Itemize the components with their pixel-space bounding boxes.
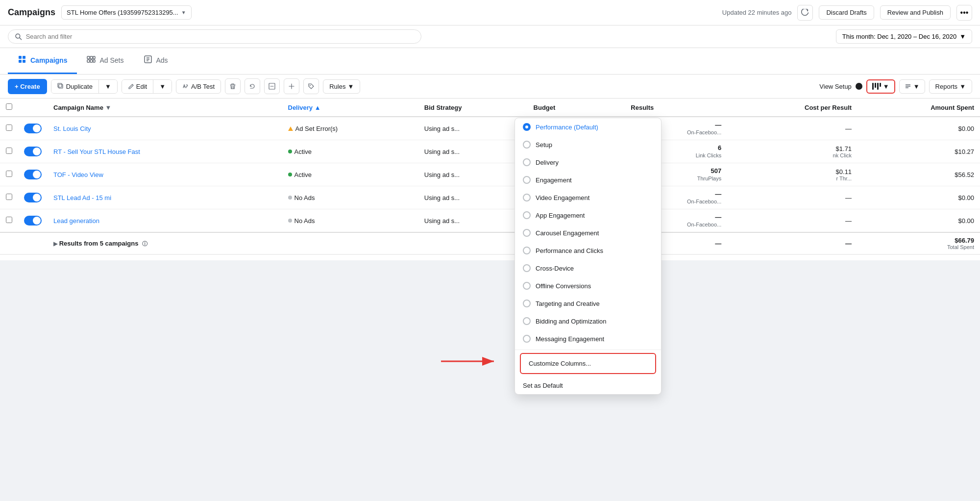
svg-rect-16 [59, 84, 63, 88]
toolbar: + Create Duplicate ▼ Edit ▼ A/B Test [0, 75, 980, 99]
row-cost-per: — [727, 117, 858, 140]
edit-dropdown-button[interactable]: ▼ [153, 80, 172, 93]
refresh-button[interactable] [797, 5, 813, 21]
search-input[interactable] [26, 33, 414, 40]
sort-up-icon: ▲ [315, 104, 321, 111]
th-delivery[interactable]: Delivery ▲ [282, 99, 418, 117]
campaign-toggle[interactable] [24, 147, 42, 156]
dropdown-item-carousel-engagement[interactable]: Carousel Engagement [515, 224, 661, 242]
campaign-link[interactable]: STL Lead Ad - 15 mi [53, 194, 111, 201]
assign-button[interactable] [284, 78, 299, 94]
campaign-toggle[interactable] [24, 124, 42, 133]
dropdown-item-cross-device[interactable]: Cross-Device [515, 259, 661, 260]
th-bid-strategy: Bid Strategy [418, 99, 528, 117]
chevron-down-icon: ▼ [181, 10, 186, 15]
summary-bid [418, 232, 528, 254]
columns-button[interactable]: ▼ [866, 79, 895, 94]
tab-adsets[interactable]: Ad Sets [77, 48, 133, 74]
duplicate-dropdown-button[interactable]: ▼ [99, 80, 117, 93]
row-delivery: No Ads [282, 186, 418, 209]
row-toggle[interactable] [18, 140, 48, 163]
th-campaign-name-label: Campaign Name [53, 104, 103, 111]
row-checkbox[interactable] [0, 117, 18, 140]
row-delivery: Ad Set Error(s) [282, 117, 418, 140]
summary-row: ▶ Results from 5 campaigns ⓘ — — $66.79 … [0, 232, 980, 254]
delivery-text: Ad Set Error(s) [295, 125, 338, 132]
table-header-row: Campaign Name ▼ Delivery ▲ Bid Strategy … [0, 99, 980, 117]
date-range-button[interactable]: This month: Dec 1, 2020 – Dec 16, 2020 ▼ [836, 29, 972, 44]
row-cost-per: $0.11 r Thr... [727, 163, 858, 186]
account-selector[interactable]: STL Home Offers (193599752313295... ▼ [61, 5, 192, 20]
row-bid: Using ad s... [418, 140, 528, 163]
trash-button[interactable] [264, 78, 280, 94]
row-toggle[interactable] [18, 117, 48, 140]
radio-performance-clicks [523, 247, 531, 254]
dropdown-item-engagement[interactable]: Engagement [515, 171, 661, 189]
campaign-link[interactable]: TOF - Video View [53, 171, 103, 178]
dropdown-item-video-engagement[interactable]: Video Engagement [515, 189, 661, 206]
th-cost-label: Cost per Result [805, 104, 852, 111]
active-icon [288, 173, 292, 176]
adsets-icon [87, 55, 96, 66]
scroll-bar[interactable] [0, 254, 980, 260]
review-publish-button[interactable]: Review and Publish [880, 5, 951, 20]
row-amount: $0.00 [858, 186, 980, 209]
row-name: St. Louis City [48, 117, 282, 140]
campaign-toggle[interactable] [24, 216, 42, 225]
svg-rect-2 [19, 56, 22, 59]
row-checkbox[interactable] [0, 140, 18, 163]
duplicate-button[interactable]: Duplicate [51, 80, 99, 93]
svg-rect-17 [58, 83, 62, 87]
th-budget-label: Budget [534, 104, 556, 111]
campaign-link[interactable]: St. Louis City [53, 125, 91, 132]
dropdown-item-label: Setup [536, 141, 552, 149]
campaign-link[interactable]: Lead generation [53, 217, 99, 225]
row-toggle[interactable] [18, 209, 48, 233]
tab-ads[interactable]: Ads [134, 48, 178, 74]
dropdown-item-app-engagement[interactable]: App Engagement [515, 206, 661, 224]
discard-drafts-button[interactable]: Discard Drafts [819, 5, 874, 20]
create-button[interactable]: + Create [8, 79, 47, 94]
dropdown-item-label: Performance (Default) [536, 124, 598, 131]
row-checkbox[interactable] [0, 186, 18, 209]
refresh-icon [801, 9, 809, 17]
tag-icon [308, 83, 315, 90]
campaign-toggle[interactable] [24, 193, 42, 202]
breakdown-button[interactable]: ▼ [899, 79, 925, 94]
dropdown-item-performance-clicks[interactable]: Performance and Clicks [515, 242, 661, 259]
ab-test-label: A/B Test [191, 83, 215, 90]
row-toggle[interactable] [18, 186, 48, 209]
expand-icon[interactable]: ▶ [53, 241, 57, 247]
th-campaign-name[interactable]: Campaign Name ▼ [48, 99, 282, 117]
dropdown-item-setup[interactable]: Setup [515, 136, 661, 153]
dropdown-item-label: Performance and Clicks [536, 247, 603, 254]
edit-button[interactable]: Edit [122, 80, 153, 93]
tag-button[interactable] [303, 78, 319, 94]
dropdown-item-delivery[interactable]: Delivery [515, 153, 661, 171]
row-checkbox[interactable] [0, 163, 18, 186]
more-options-button[interactable]: ••• [956, 5, 972, 21]
duplicate-label: Duplicate [66, 83, 93, 90]
dropdown-item-performance[interactable]: Performance (Default) [515, 118, 661, 136]
dropdown-item-label: Video Engagement [536, 194, 589, 201]
tab-campaigns[interactable]: Campaigns [8, 48, 77, 74]
row-checkbox[interactable] [0, 209, 18, 233]
rules-button[interactable]: Rules ▼ [323, 79, 360, 94]
row-bid: Using ad s... [418, 186, 528, 209]
updated-text: Updated 22 minutes ago [722, 9, 792, 16]
row-toggle[interactable] [18, 163, 48, 186]
campaign-link[interactable]: RT - Sell Your STL House Fast [53, 148, 140, 155]
reports-button[interactable]: Reports ▼ [929, 79, 972, 94]
delete-button[interactable] [225, 78, 241, 94]
undo-button[interactable] [245, 78, 260, 94]
campaign-toggle[interactable] [24, 170, 42, 179]
account-name: STL Home Offers (193599752313295... [67, 9, 178, 16]
select-all-checkbox[interactable] [0, 99, 18, 117]
breakdown-chevron: ▼ [913, 83, 920, 90]
assign-icon [288, 83, 295, 90]
edit-icon [128, 83, 134, 90]
row-delivery: Active [282, 163, 418, 186]
ab-test-button[interactable]: A/B Test [176, 79, 221, 94]
th-amount-label: Amount Spent [931, 104, 974, 111]
results-sub: ThruPlays [697, 175, 722, 181]
